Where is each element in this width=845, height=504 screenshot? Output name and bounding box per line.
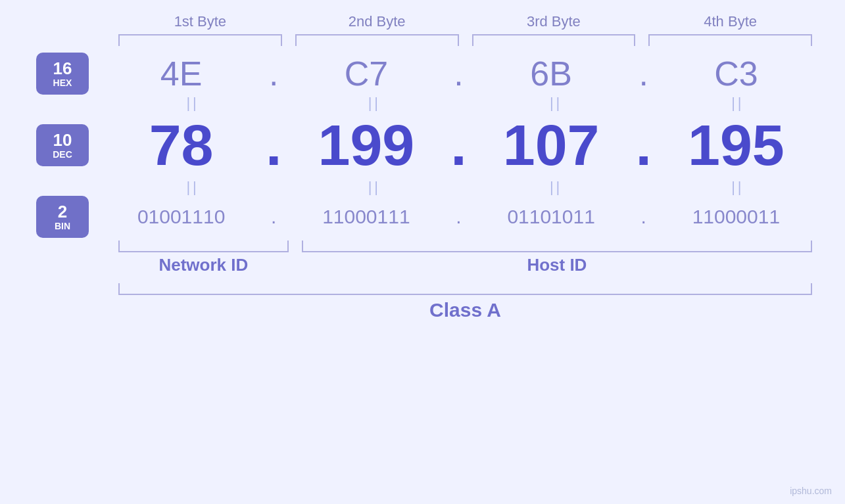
bin-badge-text: BIN (55, 221, 70, 231)
main-container: 1st Byte 2nd Byte 3rd Byte 4th Byte 16 H… (0, 0, 845, 504)
top-bracket-row (26, 34, 819, 46)
hex-label-area: 16 HEX (26, 53, 99, 95)
dec-dot-1: . (264, 112, 283, 179)
dec-row: 10 DEC 78 . 199 . 107 . 195 (26, 112, 819, 179)
bracket-2 (295, 34, 459, 46)
bracket-1 (118, 34, 282, 46)
host-bracket (302, 241, 812, 252)
eq-7: || (475, 179, 637, 196)
host-id-label: Host ID (302, 255, 812, 275)
class-bracket (118, 283, 812, 295)
hex-dot-3: . (634, 54, 654, 93)
eq-5: || (112, 179, 274, 196)
hex-value-2: C7 (283, 54, 448, 93)
bracket-4 (648, 34, 812, 46)
eq-6: || (293, 179, 455, 196)
class-row: Class A (26, 283, 819, 321)
hex-badge-number: 16 (53, 59, 72, 78)
dec-value-2: 199 (283, 112, 448, 179)
byte-label-1: 1st Byte (112, 13, 289, 34)
dec-value-4: 195 (654, 112, 819, 179)
dec-value-1: 78 (99, 112, 264, 179)
bin-badge-number: 2 (58, 202, 67, 221)
dec-value-3: 107 (469, 112, 634, 179)
hex-dot-1: . (264, 54, 283, 93)
hex-row: 16 HEX 4E . C7 . 6B . C3 (26, 53, 819, 95)
dec-badge-number: 10 (53, 131, 72, 150)
bin-badge: 2 BIN (36, 196, 89, 238)
network-bracket (118, 241, 289, 252)
hex-value-4: C3 (654, 54, 819, 93)
dec-label-area: 10 DEC (26, 124, 99, 166)
dec-dot-2: . (449, 112, 469, 179)
bin-value-3: 01101011 (469, 206, 634, 228)
id-labels-row: Network ID Host ID (26, 255, 819, 275)
hex-badge: 16 HEX (36, 53, 89, 95)
bin-label-area: 2 BIN (26, 196, 99, 238)
bin-value-1: 01001110 (99, 206, 264, 228)
eq-4: || (657, 95, 819, 112)
bottom-bracket-row (26, 241, 819, 252)
dec-badge-text: DEC (53, 150, 72, 160)
bin-dot-2: . (449, 206, 469, 228)
dec-values: 78 . 199 . 107 . 195 (99, 112, 819, 179)
equals-row-2: || || || || (26, 179, 819, 196)
hex-value-1: 4E (99, 54, 264, 93)
bin-values: 01001110 . 11000111 . 01101011 . 1100001… (99, 206, 819, 228)
byte-labels-row: 1st Byte 2nd Byte 3rd Byte 4th Byte (26, 13, 819, 34)
bin-dot-3: . (634, 206, 654, 228)
dec-badge: 10 DEC (36, 124, 89, 166)
byte-label-2: 2nd Byte (289, 13, 466, 34)
eq-1: || (112, 95, 274, 112)
eq-2: || (293, 95, 455, 112)
hex-values: 4E . C7 . 6B . C3 (99, 54, 819, 93)
dec-dot-3: . (634, 112, 654, 179)
hex-badge-text: HEX (53, 78, 72, 88)
bracket-3 (472, 34, 636, 46)
byte-label-4: 4th Byte (642, 13, 819, 34)
bin-row: 2 BIN 01001110 . 11000111 . 01101011 . 1… (26, 196, 819, 238)
equals-row-1: || || || || (26, 95, 819, 112)
bin-dot-1: . (264, 206, 283, 228)
bin-value-4: 11000011 (654, 206, 819, 228)
watermark: ipshu.com (790, 486, 832, 496)
network-id-label: Network ID (118, 255, 289, 275)
hex-dot-2: . (449, 54, 469, 93)
eq-8: || (657, 179, 819, 196)
byte-label-3: 3rd Byte (466, 13, 642, 34)
hex-value-3: 6B (469, 54, 634, 93)
eq-3: || (475, 95, 637, 112)
bin-value-2: 11000111 (283, 206, 448, 228)
class-a-label: Class A (118, 299, 812, 321)
